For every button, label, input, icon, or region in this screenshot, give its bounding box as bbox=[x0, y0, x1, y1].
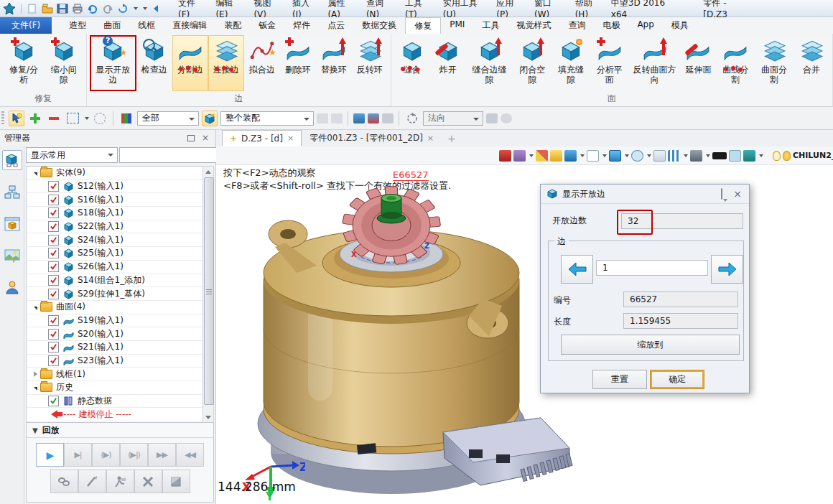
tree-item-7[interactable]: S26(输入1) bbox=[27, 261, 213, 274]
ribbon-tab-8[interactable]: 点云 bbox=[319, 17, 353, 34]
normal-combo[interactable]: 法向 bbox=[423, 111, 483, 126]
tree-scrollbar[interactable] bbox=[203, 166, 214, 424]
save-icon[interactable] bbox=[57, 4, 68, 14]
ribbon-tab-14[interactable]: 查询 bbox=[559, 17, 594, 34]
ribbon-tab-6[interactable]: 钣金 bbox=[250, 17, 284, 34]
monitor-caret[interactable] bbox=[706, 154, 710, 157]
tree-item-17[interactable]: 静态数据 bbox=[27, 395, 213, 409]
tree-item-6[interactable]: S25(输入1) bbox=[27, 247, 213, 261]
tree-item-4[interactable]: S22(输入1) bbox=[27, 220, 213, 234]
tab-pin-icon[interactable]: + bbox=[230, 134, 237, 144]
regenerate-button[interactable] bbox=[50, 470, 78, 493]
visibility-checkbox[interactable] bbox=[48, 342, 59, 353]
ribbon-button-2-7[interactable]: 延伸面 bbox=[680, 35, 716, 91]
add-selection-button[interactable] bbox=[27, 111, 43, 126]
visibility-checkbox[interactable] bbox=[48, 248, 59, 258]
walk-through-button[interactable] bbox=[106, 470, 134, 493]
print-icon[interactable] bbox=[72, 4, 83, 14]
ribbon-button-1-1[interactable]: 检查边 bbox=[136, 35, 172, 91]
hierarchy-icon[interactable] bbox=[3, 183, 22, 202]
hatch-caret[interactable] bbox=[684, 154, 688, 157]
visibility-checkbox[interactable] bbox=[48, 207, 59, 218]
ribbon-tab-17[interactable]: 模具 bbox=[663, 17, 697, 34]
tree-item-9[interactable]: S29(拉伸1_基体) bbox=[27, 287, 213, 301]
view-caret[interactable] bbox=[580, 154, 585, 157]
visibility-checkbox[interactable] bbox=[48, 221, 59, 232]
display-button[interactable] bbox=[162, 470, 190, 493]
appearance-icon[interactable] bbox=[513, 150, 526, 162]
fast-forward-button[interactable]: ▶▶ bbox=[148, 443, 176, 467]
tree-item-16[interactable]: 历史 bbox=[27, 381, 213, 395]
history-stop-icon[interactable] bbox=[51, 410, 57, 419]
document-tab-active[interactable]: + D.Z3 - [d] × bbox=[222, 130, 302, 146]
edit-button[interactable] bbox=[78, 470, 106, 493]
zoom-to-button[interactable]: 缩放到 bbox=[561, 335, 740, 355]
tree-item-1[interactable]: S12(输入1) bbox=[27, 180, 213, 194]
hatch-icon[interactable] bbox=[668, 150, 680, 162]
redo-icon[interactable] bbox=[102, 4, 113, 14]
arrow-pick-icon[interactable] bbox=[382, 113, 394, 123]
visual-manager-icon[interactable] bbox=[3, 246, 22, 265]
playback-header[interactable]: ▼ 回放 bbox=[27, 423, 213, 438]
bulb-icon[interactable] bbox=[783, 151, 791, 161]
tree-item-11[interactable]: S19(输入1) bbox=[27, 314, 213, 328]
next-edge-button[interactable] bbox=[711, 255, 743, 284]
toolbar-grip[interactable] bbox=[1, 111, 4, 126]
tree-item-18[interactable]: ----- 建模停止 ----- bbox=[27, 408, 213, 421]
ribbon-tab-7[interactable]: 焊件 bbox=[284, 17, 319, 34]
tree-item-15[interactable]: 线框(1) bbox=[27, 368, 213, 381]
visibility-checkbox[interactable] bbox=[48, 235, 59, 246]
window-icon[interactable] bbox=[609, 150, 621, 162]
link-tool-icon[interactable] bbox=[317, 113, 328, 123]
dialog-title-bar[interactable]: 显示开放边 × bbox=[541, 185, 749, 204]
ribbon-button-2-1[interactable]: 炸开 bbox=[430, 35, 466, 91]
window-select-button[interactable] bbox=[65, 111, 80, 126]
section-icon[interactable] bbox=[653, 150, 666, 162]
ribbon-button-1-6[interactable]: 替换环 bbox=[316, 35, 352, 91]
visibility-checkbox[interactable] bbox=[48, 355, 59, 366]
new-file-icon[interactable] bbox=[27, 4, 38, 14]
spotlight-caret[interactable] bbox=[647, 154, 651, 157]
collapse-icon[interactable] bbox=[34, 371, 37, 377]
open-file-icon[interactable] bbox=[42, 4, 53, 14]
previous-edge-button[interactable] bbox=[561, 255, 593, 284]
ribbon-button-2-4[interactable]: 填充缝隙 bbox=[552, 35, 590, 91]
scope-button[interactable] bbox=[202, 111, 218, 126]
ribbon-button-2-6[interactable]: 反转曲面方向 bbox=[629, 35, 681, 91]
dropdown-caret[interactable] bbox=[134, 7, 138, 10]
lasso-select-button[interactable] bbox=[92, 111, 108, 126]
play-step-paren-button[interactable]: (▶|) bbox=[120, 443, 148, 467]
scroll-down-icon[interactable] bbox=[205, 416, 211, 419]
ribbon-tab-12[interactable]: 工具 bbox=[473, 17, 508, 34]
pick-cursor-button[interactable] bbox=[9, 111, 24, 126]
tree-item-10[interactable]: 曲面(4) bbox=[27, 301, 213, 314]
ribbon-button-1-7[interactable]: 反转环 bbox=[352, 35, 388, 91]
play-to-mark-button[interactable]: ▶| bbox=[64, 443, 92, 467]
filter-combo[interactable]: 全部 bbox=[137, 111, 199, 126]
tree-item-13[interactable]: S21(输入1) bbox=[27, 341, 213, 355]
ribbon-button-2-8[interactable]: 曲线分割 bbox=[716, 35, 755, 91]
pick-settings-icon[interactable] bbox=[501, 113, 512, 123]
window-select-caret[interactable] bbox=[85, 117, 89, 120]
expand-icon[interactable] bbox=[34, 172, 37, 176]
new-tab-button[interactable]: + bbox=[442, 133, 462, 144]
visibility-checkbox[interactable] bbox=[48, 289, 59, 299]
blue-swatch-icon[interactable] bbox=[729, 150, 741, 162]
tree-item-14[interactable]: S23(输入1) bbox=[27, 355, 213, 368]
ribbon-tab-13[interactable]: 视觉样式 bbox=[508, 17, 559, 34]
ribbon-button-2-5[interactable]: 分析平面 bbox=[590, 35, 629, 91]
ribbon-button-2-9[interactable]: 曲面分割 bbox=[755, 35, 794, 91]
ribbon-button-1-3[interactable]: 连接边 bbox=[208, 35, 244, 91]
shaded-view-icon[interactable] bbox=[564, 150, 577, 162]
ribbon-tab-9[interactable]: 数据交换 bbox=[353, 17, 405, 34]
ribbon-button-2-2[interactable]: 缝合边缝隙 bbox=[466, 35, 513, 91]
remove-selection-button[interactable] bbox=[46, 111, 62, 126]
delete-button[interactable] bbox=[134, 470, 162, 493]
view-manager-icon[interactable] bbox=[3, 215, 22, 233]
expand-icon[interactable] bbox=[34, 387, 37, 391]
ok-button[interactable]: 确定 bbox=[650, 370, 704, 389]
black-swatch-icon[interactable] bbox=[712, 152, 727, 159]
visibility-checkbox[interactable] bbox=[48, 275, 59, 286]
appearance-caret[interactable] bbox=[529, 154, 534, 157]
scroll-up-icon[interactable] bbox=[205, 170, 211, 174]
